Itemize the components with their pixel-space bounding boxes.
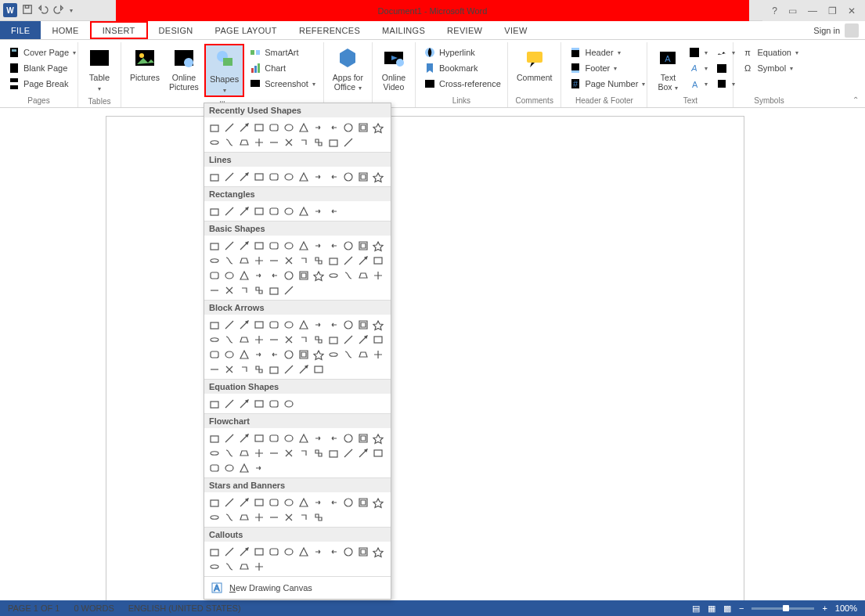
shape-item[interactable]	[252, 545, 265, 558]
tab-file[interactable]: FILE	[0, 21, 41, 39]
shape-item[interactable]	[252, 461, 265, 474]
restore-button[interactable]: ❐	[828, 5, 837, 16]
shape-item[interactable]	[222, 239, 236, 252]
shape-item[interactable]	[371, 268, 384, 282]
shape-item[interactable]	[252, 431, 265, 445]
shape-item[interactable]	[326, 239, 340, 252]
shape-item[interactable]	[222, 135, 236, 149]
shape-item[interactable]	[222, 254, 236, 267]
shape-item[interactable]	[312, 495, 325, 509]
shape-item[interactable]	[252, 239, 265, 252]
shape-item[interactable]	[222, 348, 236, 361]
shape-item[interactable]	[267, 348, 280, 361]
shape-item[interactable]	[267, 333, 280, 346]
shape-item[interactable]	[237, 446, 250, 459]
online-video-button[interactable]: OnlineVideo	[377, 44, 410, 93]
shape-item[interactable]	[207, 510, 221, 524]
shape-item[interactable]	[207, 239, 221, 252]
shape-item[interactable]	[297, 348, 310, 361]
shape-item[interactable]	[341, 446, 355, 459]
help-button[interactable]: ?	[772, 5, 777, 16]
shape-item[interactable]	[222, 268, 236, 282]
shape-item[interactable]	[297, 239, 310, 252]
language-indicator[interactable]: ENGLISH (UNITED STATES)	[128, 603, 241, 613]
shape-item[interactable]	[356, 348, 369, 361]
shape-item[interactable]	[267, 254, 280, 267]
shape-item[interactable]	[341, 333, 355, 346]
shape-item[interactable]	[326, 348, 340, 361]
shape-item[interactable]	[282, 318, 295, 331]
shape-item[interactable]	[207, 283, 221, 297]
shape-item[interactable]	[237, 333, 250, 346]
header-button[interactable]: Header▾	[566, 45, 648, 59]
shape-item[interactable]	[356, 254, 369, 267]
shape-item[interactable]	[326, 268, 340, 282]
shape-item[interactable]	[341, 348, 355, 361]
shape-item[interactable]	[267, 545, 280, 558]
shape-item[interactable]	[297, 431, 310, 445]
shape-item[interactable]	[282, 135, 295, 149]
hyperlink-button[interactable]: Hyperlink	[420, 45, 504, 59]
shape-item[interactable]	[237, 283, 250, 297]
equation-button[interactable]: πEquation▾	[738, 45, 801, 59]
shape-item[interactable]	[297, 545, 310, 558]
shape-item[interactable]	[282, 397, 295, 410]
shape-item[interactable]	[282, 333, 295, 346]
shape-item[interactable]	[356, 495, 369, 509]
collapse-ribbon-icon[interactable]: ⌃	[852, 95, 859, 104]
tab-references[interactable]: REFERENCES	[288, 21, 371, 39]
shape-item[interactable]	[267, 510, 280, 524]
shape-item[interactable]	[312, 510, 325, 524]
shape-item[interactable]	[267, 268, 280, 282]
close-button[interactable]: ✕	[848, 5, 856, 16]
tab-design[interactable]: DESIGN	[148, 21, 204, 39]
shape-item[interactable]	[282, 254, 295, 267]
wordart-button[interactable]: A▾	[685, 61, 711, 75]
shape-item[interactable]	[312, 239, 325, 252]
shape-item[interactable]	[312, 446, 325, 459]
shape-item[interactable]	[282, 510, 295, 524]
shape-item[interactable]	[237, 431, 250, 445]
shape-item[interactable]	[252, 362, 265, 376]
shape-item[interactable]	[326, 495, 340, 509]
shape-item[interactable]	[267, 495, 280, 509]
shape-item[interactable]	[297, 510, 310, 524]
shape-item[interactable]	[297, 268, 310, 282]
shape-item[interactable]	[341, 495, 355, 509]
shape-item[interactable]	[222, 170, 236, 183]
shape-item[interactable]	[282, 446, 295, 459]
shape-item[interactable]	[326, 431, 340, 445]
shape-item[interactable]	[207, 135, 221, 149]
shape-item[interactable]	[252, 560, 265, 573]
shape-item[interactable]	[341, 268, 355, 282]
apps-for-office-button[interactable]: Apps forOffice ▾	[329, 44, 367, 93]
shape-item[interactable]	[341, 254, 355, 267]
shape-item[interactable]	[356, 446, 369, 459]
shape-item[interactable]	[252, 204, 265, 218]
shape-item[interactable]	[222, 333, 236, 346]
shape-item[interactable]	[282, 204, 295, 218]
tab-view[interactable]: VIEW	[493, 21, 538, 39]
shape-item[interactable]	[252, 348, 265, 361]
shape-item[interactable]	[252, 397, 265, 410]
shape-item[interactable]	[237, 495, 250, 509]
shape-item[interactable]	[267, 446, 280, 459]
shape-item[interactable]	[371, 318, 384, 331]
cover-page-button[interactable]: Cover Page▾	[5, 45, 79, 59]
shape-item[interactable]	[222, 283, 236, 297]
shape-item[interactable]	[207, 121, 221, 134]
shape-item[interactable]	[252, 170, 265, 183]
shape-item[interactable]	[326, 121, 340, 134]
tab-insert[interactable]: INSERT	[90, 21, 148, 39]
shape-item[interactable]	[267, 135, 280, 149]
minimize-button[interactable]: —	[808, 5, 817, 16]
shape-item[interactable]	[267, 318, 280, 331]
shape-item[interactable]	[222, 446, 236, 459]
shape-item[interactable]	[207, 333, 221, 346]
shape-item[interactable]	[282, 362, 295, 376]
text-box-button[interactable]: ATextBox ▾	[652, 44, 683, 93]
shape-item[interactable]	[326, 254, 340, 267]
shape-item[interactable]	[237, 135, 250, 149]
drop-cap-button[interactable]: A▾	[685, 77, 711, 91]
shape-item[interactable]	[312, 431, 325, 445]
